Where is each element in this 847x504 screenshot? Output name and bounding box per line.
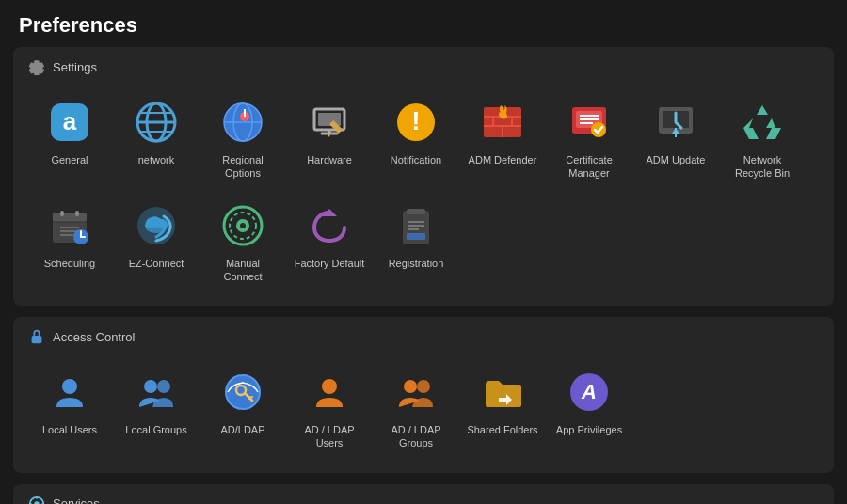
settings-network-recycle-bin-label: Network Recycle Bin	[727, 153, 798, 181]
page-header: Preferences	[0, 0, 847, 47]
access-control-label: Access Control	[53, 330, 135, 344]
svg-point-67	[62, 379, 77, 394]
settings-manual-connect[interactable]: Manual Connect	[201, 192, 284, 291]
settings-network[interactable]: network	[115, 88, 198, 188]
settings-section: Settings a General	[13, 47, 834, 306]
svg-rect-65	[407, 233, 425, 240]
settings-regional-options-label: Regional Options	[207, 153, 279, 181]
settings-factory-default-label: Factory Default	[295, 257, 365, 270]
access-app-privileges-label: App Privileges	[556, 423, 622, 436]
svg-point-68	[144, 380, 157, 393]
settings-manual-connect-label: Manual Connect	[207, 257, 279, 284]
settings-general-label: General	[51, 153, 88, 166]
access-ad-ldap[interactable]: AD/LDAP	[201, 358, 284, 458]
svg-point-58	[240, 223, 246, 228]
svg-point-69	[157, 380, 170, 393]
access-ad-ldap-label: AD/LDAP	[220, 423, 264, 436]
settings-notification-label: Notification	[391, 153, 441, 166]
access-shared-folders[interactable]: Shared Folders	[461, 358, 544, 458]
svg-marker-36	[766, 118, 775, 128]
settings-scheduling[interactable]: Scheduling	[28, 192, 111, 291]
access-local-users-label: Local Users	[42, 423, 97, 436]
services-icon	[28, 496, 45, 504]
svg-marker-38	[766, 128, 781, 139]
settings-network-label: network	[138, 153, 175, 166]
lock-icon	[28, 328, 45, 345]
services-label: Services	[53, 496, 100, 504]
svg-point-78	[417, 380, 430, 393]
settings-scheduling-label: Scheduling	[44, 257, 95, 270]
svg-line-75	[250, 397, 252, 399]
svg-rect-14	[318, 113, 341, 126]
settings-adm-defender-label: ADM Defender	[469, 153, 537, 166]
svg-rect-41	[53, 213, 87, 222]
settings-ez-connect[interactable]: EZ-Connect	[115, 192, 198, 291]
settings-adm-update-label: ADM Update	[647, 153, 706, 166]
settings-ez-connect-label: EZ-Connect	[129, 257, 184, 270]
settings-notification[interactable]: ! Notification	[375, 88, 457, 188]
svg-point-54	[156, 219, 168, 228]
svg-text:a: a	[63, 107, 77, 135]
access-local-groups[interactable]: Local Groups	[115, 358, 198, 458]
svg-rect-61	[407, 209, 425, 214]
settings-adm-defender[interactable]: ADM Defender	[461, 88, 544, 188]
svg-rect-66	[32, 336, 42, 343]
settings-general[interactable]: a General	[28, 88, 111, 188]
svg-text:A: A	[581, 380, 597, 403]
access-ad-ldap-groups[interactable]: AD / LDAP Groups	[375, 358, 457, 458]
svg-text:!: !	[411, 106, 420, 135]
svg-rect-43	[60, 211, 64, 216]
settings-certificate-manager[interactable]: Certificate Manager	[548, 88, 631, 188]
services-section: Services SMB	[13, 484, 834, 504]
settings-adm-update[interactable]: ADM Update	[634, 88, 717, 188]
svg-rect-44	[75, 211, 79, 216]
access-app-privileges[interactable]: A App Privileges	[548, 358, 631, 458]
settings-network-recycle-bin[interactable]: Network Recycle Bin	[721, 88, 804, 188]
access-ad-ldap-users-label: AD / LDAP Users	[294, 423, 365, 450]
settings-registration[interactable]: Registration	[375, 192, 457, 291]
settings-certificate-manager-label: Certificate Manager	[553, 153, 625, 181]
settings-label: Settings	[53, 60, 97, 74]
access-control-section: Access Control Local Users	[13, 317, 834, 473]
settings-hardware[interactable]: Hardware	[288, 88, 371, 188]
svg-marker-37	[743, 118, 759, 139]
access-shared-folders-label: Shared Folders	[467, 423, 537, 436]
svg-point-77	[404, 380, 417, 393]
gear-icon	[28, 58, 45, 75]
settings-registration-label: Registration	[389, 257, 444, 270]
svg-marker-35	[757, 105, 768, 115]
settings-factory-default[interactable]: Factory Default	[288, 192, 371, 291]
access-local-groups-label: Local Groups	[125, 423, 186, 436]
access-local-users[interactable]: Local Users	[28, 358, 111, 458]
svg-point-76	[322, 379, 337, 394]
access-ad-ldap-groups-label: AD / LDAP Groups	[380, 423, 452, 450]
settings-regional-options[interactable]: Regional Options	[201, 88, 284, 188]
access-ad-ldap-users[interactable]: AD / LDAP Users	[288, 358, 371, 458]
settings-hardware-label: Hardware	[307, 153, 352, 166]
